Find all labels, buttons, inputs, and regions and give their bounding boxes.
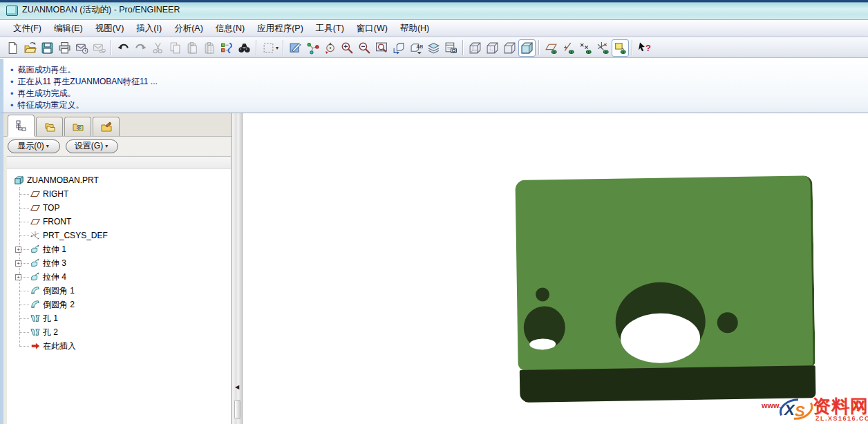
- menu-edit[interactable]: 编辑(E): [48, 21, 89, 37]
- undo-icon[interactable]: [115, 39, 132, 57]
- shaded-icon[interactable]: [518, 39, 536, 57]
- expand-icon[interactable]: +: [15, 274, 21, 280]
- tree-item-part[interactable]: ZUANMOBAN.PRT: [7, 173, 231, 187]
- reorient-icon[interactable]: [390, 39, 408, 57]
- save-icon[interactable]: [39, 39, 56, 57]
- tree-item-extrude-4[interactable]: + 拉伸 4: [7, 270, 231, 284]
- saved-view-list-icon[interactable]: AB: [408, 39, 425, 57]
- tree-item-round-2[interactable]: 倒圆角 2: [7, 298, 231, 311]
- toolbar-separator: [462, 40, 464, 55]
- datum-axis-display-icon[interactable]: [560, 39, 577, 57]
- window-title: ZUANMOBAN (活动的) - Pro/ENGINEER: [22, 4, 180, 16]
- extrude-icon: [30, 244, 40, 254]
- tree-item-front[interactable]: FRONT: [7, 215, 231, 229]
- model-tree: ZUANMOBAN.PRT RIGHT TOP FRONT PRT_CSYS_D…: [7, 169, 231, 353]
- tree-item-label: FRONT: [43, 217, 71, 227]
- tree-item-top[interactable]: TOP: [7, 201, 231, 215]
- tab-history[interactable]: [93, 117, 120, 136]
- toolbar-separator: [256, 40, 257, 55]
- tree-item-extrude-3[interactable]: + 拉伸 3: [7, 256, 231, 270]
- datum-plane-display-icon[interactable]: [542, 39, 560, 57]
- sash-grip[interactable]: [234, 400, 240, 419]
- tree-item-hole-2[interactable]: 孔 2: [7, 325, 231, 339]
- tree-item-label: 拉伸 4: [43, 271, 66, 283]
- repaint-icon[interactable]: [287, 39, 304, 57]
- delete-old-versions-icon[interactable]: [91, 39, 108, 57]
- message-line: •再生成功完成。: [10, 88, 868, 99]
- message-text: 特征成功重定义。: [18, 99, 84, 111]
- collapse-arrow-icon[interactable]: ◀: [235, 384, 239, 390]
- menu-view[interactable]: 视图(V): [89, 21, 131, 37]
- 3d-model-plate[interactable]: [515, 175, 815, 403]
- redo-icon[interactable]: [132, 39, 149, 57]
- paste-icon[interactable]: [184, 39, 201, 57]
- round-icon: [30, 300, 40, 309]
- tree-item-label: 拉伸 1: [43, 244, 66, 256]
- tab-folder-browser[interactable]: [36, 117, 63, 136]
- tree-item-hole-1[interactable]: 孔 1: [7, 311, 231, 325]
- tab-favorites[interactable]: ✻: [64, 117, 91, 136]
- layers-icon[interactable]: [425, 39, 442, 57]
- tree-item-label: 孔 2: [43, 327, 58, 338]
- settings-dropdown-button[interactable]: 设置(G)▾: [66, 139, 118, 153]
- paste-special-icon[interactable]: [201, 39, 218, 57]
- tree-item-label: 倒圆角 1: [43, 285, 75, 297]
- menu-file[interactable]: 文件(F): [7, 21, 48, 37]
- csys-display-icon[interactable]: [594, 39, 612, 57]
- watermark-logo-x: X: [783, 401, 795, 418]
- message-line: •正在从11 再生ZUANMOBAN特征11 ...: [10, 76, 868, 88]
- wireframe-icon[interactable]: [466, 39, 484, 57]
- cut-icon[interactable]: [149, 39, 167, 57]
- tree-item-label: 在此插入: [43, 340, 76, 352]
- selection-filter-icon[interactable]: [260, 39, 277, 57]
- tree-item-extrude-1[interactable]: + 拉伸 1: [7, 242, 231, 256]
- graphics-area[interactable]: [243, 113, 868, 424]
- menu-tools[interactable]: 工具(T): [310, 21, 350, 37]
- print-icon[interactable]: [56, 39, 73, 57]
- regenerate-icon[interactable]: [218, 39, 236, 57]
- menu-help[interactable]: 帮助(H): [394, 21, 435, 37]
- refit-icon[interactable]: [373, 39, 390, 57]
- datum-plane-icon: [30, 189, 40, 199]
- menu-analysis[interactable]: 分析(A): [168, 21, 209, 37]
- tab-model-tree[interactable]: [8, 115, 35, 136]
- menu-info[interactable]: 信息(N): [209, 21, 251, 37]
- bullet-icon: •: [10, 66, 14, 75]
- zoom-out-icon[interactable]: [356, 39, 373, 57]
- tree-item-label: 拉伸 3: [43, 258, 66, 269]
- context-help-icon[interactable]: ?: [636, 39, 653, 57]
- datum-plane-icon: [30, 217, 40, 227]
- open-icon[interactable]: [21, 39, 39, 57]
- point-display-icon[interactable]: [577, 39, 594, 57]
- navigator-tab-strip: ✻: [3, 113, 232, 137]
- tree-item-round-1[interactable]: 倒圆角 1: [7, 284, 231, 298]
- selection-filter-caret[interactable]: ▾: [276, 45, 279, 51]
- menu-insert[interactable]: 插入(I): [130, 21, 168, 37]
- annotation-display-icon[interactable]: [612, 39, 629, 57]
- tree-item-insert-here[interactable]: 在此插入: [7, 339, 231, 353]
- erase-not-displayed-icon[interactable]: [73, 39, 91, 57]
- no-hidden-icon[interactable]: [501, 39, 518, 57]
- tree-item-label: 倒圆角 2: [43, 299, 75, 311]
- tree-item-right[interactable]: RIGHT: [7, 187, 231, 201]
- bullet-icon: •: [10, 77, 14, 86]
- hidden-line-icon[interactable]: [484, 39, 501, 57]
- expand-icon[interactable]: +: [15, 247, 21, 253]
- show-dropdown-button[interactable]: 显示(0)▾: [8, 139, 60, 153]
- toolbar-separator: [111, 40, 112, 55]
- view-manager-icon[interactable]: [442, 39, 460, 57]
- expand-icon[interactable]: +: [15, 260, 21, 267]
- spin-center-icon[interactable]: [304, 39, 321, 57]
- find-icon[interactable]: [236, 39, 253, 57]
- tree-item-label: 孔 1: [43, 313, 58, 325]
- zoom-in-icon[interactable]: [339, 39, 356, 57]
- orient-mode-icon[interactable]: [321, 39, 339, 57]
- menu-applications[interactable]: 应用程序(P): [251, 21, 310, 37]
- new-file-icon[interactable]: [4, 39, 21, 57]
- navigator-sash[interactable]: ◀: [232, 113, 243, 424]
- menu-window[interactable]: 窗口(W): [350, 21, 394, 37]
- menu-bar: 文件(F) 编辑(E) 视图(V) 插入(I) 分析(A) 信息(N) 应用程序…: [0, 20, 868, 37]
- copy-icon[interactable]: [167, 39, 184, 57]
- tree-item-csys[interactable]: PRT_CSYS_DEF: [7, 229, 231, 242]
- message-area: •截面成功再生。 •正在从11 再生ZUANMOBAN特征11 ... •再生成…: [0, 59, 868, 113]
